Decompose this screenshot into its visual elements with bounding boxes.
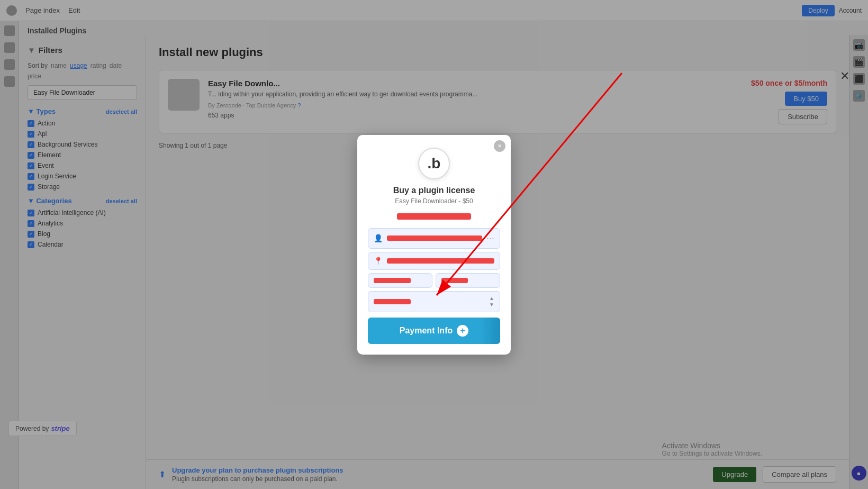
stepper-up[interactable]: ▲ [489,296,494,301]
payment-info-button[interactable]: Payment Info + [368,318,500,344]
panel-close-button[interactable]: ✕ [837,69,852,84]
zip-stepper[interactable]: ▲ ▼ [489,296,494,307]
name-redacted [387,236,482,241]
zip-redacted [374,299,411,304]
payment-plus-icon: + [457,325,468,337]
location-icon: 📍 [374,257,383,265]
modal-title: Buy a plugin license [368,186,500,195]
split-row [368,273,500,288]
payment-btn-label: Payment Info [400,326,453,336]
modal-logo: .b [418,148,450,179]
person-icon: 👤 [374,234,383,242]
redacted-name-bar [397,213,471,220]
stepper-down[interactable]: ▼ [489,302,494,307]
location-redacted [387,258,494,264]
location-field-row: 📍 [368,252,500,270]
field-half-1 [368,273,432,288]
half-redacted-2 [441,278,468,283]
zip-field-row: ▲ ▼ [368,291,500,312]
modal-close-button[interactable]: × [494,140,505,152]
name-field-row: 👤 ··· [368,228,500,249]
half-redacted-1 [374,278,411,283]
buy-plugin-modal: × .b Buy a plugin license Easy File Down… [357,135,511,355]
card-dots: ··· [486,233,494,244]
modal-subtitle: Easy File Downloader - $50 [368,197,500,205]
field-half-2 [436,273,500,288]
modal-overlay: × .b Buy a plugin license Easy File Down… [0,0,868,489]
